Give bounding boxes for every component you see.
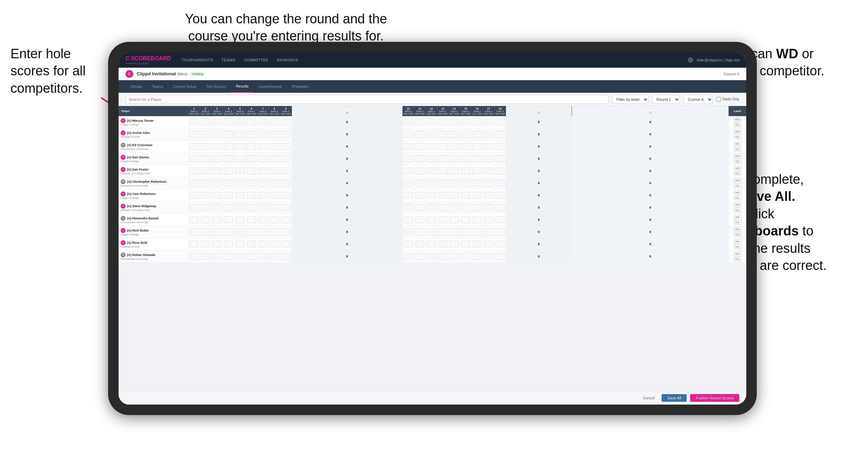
publish-button[interactable]: Publish Round Scores — [690, 394, 739, 402]
score-hole-6[interactable] — [246, 214, 257, 226]
score-hole-5[interactable] — [234, 226, 246, 238]
score-hole-4[interactable] — [223, 238, 234, 250]
score-hole-5[interactable] — [234, 128, 246, 141]
score-hole-14[interactable] — [448, 189, 460, 202]
tab-teams[interactable]: Teams — [147, 80, 168, 93]
score-hole-18[interactable] — [495, 202, 506, 214]
nav-committee[interactable]: COMMITTEE — [244, 58, 269, 62]
score-hole-12[interactable] — [425, 202, 437, 214]
score-hole-11[interactable] — [414, 177, 425, 189]
score-hole-12[interactable] — [425, 153, 437, 165]
score-hole-16[interactable] — [471, 141, 483, 153]
score-hole-17[interactable] — [483, 250, 495, 263]
score-hole-1[interactable] — [188, 141, 200, 153]
score-hole-9[interactable] — [280, 189, 292, 202]
score-hole-11[interactable] — [414, 141, 425, 153]
dq-button[interactable]: DQ — [734, 171, 741, 176]
score-hole-16[interactable] — [471, 238, 483, 250]
score-hole-12[interactable] — [425, 141, 437, 153]
score-hole-6[interactable] — [246, 153, 257, 165]
score-hole-4[interactable] — [223, 214, 234, 226]
score-hole-2[interactable] — [200, 153, 211, 165]
wd-button[interactable]: WD — [733, 239, 741, 244]
score-hole-17[interactable] — [483, 177, 495, 189]
score-hole-9[interactable] — [280, 250, 292, 263]
score-hole-1[interactable] — [188, 153, 200, 165]
dq-button[interactable]: DQ — [734, 183, 741, 188]
score-hole-4[interactable] — [223, 202, 234, 214]
score-hole-3[interactable] — [211, 238, 223, 250]
score-hole-1[interactable] — [188, 226, 200, 238]
score-hole-7[interactable] — [257, 250, 269, 263]
nav-teams[interactable]: TEAMS — [221, 58, 235, 62]
wd-button[interactable]: WD — [733, 227, 741, 232]
score-hole-11[interactable] — [414, 202, 425, 214]
score-hole-18[interactable] — [495, 116, 506, 128]
score-hole-10[interactable] — [402, 177, 414, 189]
nav-tournaments[interactable]: TOURNAMENTS — [182, 58, 213, 62]
score-hole-18[interactable] — [495, 238, 506, 250]
score-hole-15[interactable] — [460, 116, 471, 128]
score-hole-5[interactable] — [234, 165, 246, 177]
score-hole-2[interactable] — [200, 128, 211, 141]
dq-button[interactable]: DQ — [734, 244, 741, 249]
score-hole-7[interactable] — [257, 141, 269, 153]
course-select[interactable]: Course A — [684, 95, 713, 104]
score-hole-10[interactable] — [402, 250, 414, 263]
score-hole-4[interactable] — [223, 128, 234, 141]
score-hole-16[interactable] — [471, 177, 483, 189]
score-hole-2[interactable] — [200, 177, 211, 189]
score-hole-7[interactable] — [257, 238, 269, 250]
score-hole-7[interactable] — [257, 128, 269, 141]
score-hole-14[interactable] — [448, 214, 460, 226]
score-hole-17[interactable] — [483, 128, 495, 141]
score-hole-15[interactable] — [460, 177, 471, 189]
totals-only-toggle[interactable]: Totals Only — [716, 97, 739, 101]
score-hole-11[interactable] — [414, 153, 425, 165]
score-hole-11[interactable] — [414, 116, 425, 128]
score-hole-8[interactable] — [269, 189, 280, 202]
wd-button[interactable]: WD — [733, 166, 741, 171]
save-all-button[interactable]: Save All — [662, 394, 687, 402]
dq-button[interactable]: DQ — [734, 220, 741, 225]
score-hole-6[interactable] — [246, 116, 257, 128]
tab-leaderboards[interactable]: Leaderboards — [254, 80, 287, 93]
score-hole-7[interactable] — [257, 226, 269, 238]
score-hole-10[interactable] — [402, 226, 414, 238]
score-hole-11[interactable] — [414, 189, 425, 202]
score-hole-4[interactable] — [223, 189, 234, 202]
score-hole-2[interactable] — [200, 202, 211, 214]
score-hole-5[interactable] — [234, 116, 246, 128]
wd-button[interactable]: WD — [733, 215, 741, 219]
score-hole-14[interactable] — [448, 141, 460, 153]
score-hole-6[interactable] — [246, 189, 257, 202]
score-hole-9[interactable] — [280, 141, 292, 153]
score-hole-15[interactable] — [460, 128, 471, 141]
score-hole-15[interactable] — [460, 214, 471, 226]
score-hole-16[interactable] — [471, 165, 483, 177]
score-hole-14[interactable] — [448, 128, 460, 141]
score-hole-15[interactable] — [460, 226, 471, 238]
score-hole-5[interactable] — [234, 202, 246, 214]
score-hole-7[interactable] — [257, 177, 269, 189]
score-hole-17[interactable] — [483, 226, 495, 238]
dq-button[interactable]: DQ — [734, 122, 741, 127]
wd-button[interactable]: WD — [733, 129, 741, 134]
score-hole-16[interactable] — [471, 250, 483, 263]
score-hole-10[interactable] — [402, 116, 414, 128]
score-hole-13[interactable] — [437, 238, 448, 250]
score-hole-5[interactable] — [234, 177, 246, 189]
score-hole-6[interactable] — [246, 165, 257, 177]
score-hole-15[interactable] — [460, 153, 471, 165]
score-hole-4[interactable] — [223, 250, 234, 263]
tab-tee-groups[interactable]: Tee Groups — [201, 80, 231, 93]
score-hole-4[interactable] — [223, 226, 234, 238]
score-hole-8[interactable] — [269, 202, 280, 214]
score-hole-8[interactable] — [269, 128, 280, 141]
nav-rankings[interactable]: RANKINGS — [277, 58, 298, 62]
score-hole-3[interactable] — [211, 128, 223, 141]
wd-button[interactable]: WD — [733, 117, 741, 122]
score-hole-17[interactable] — [483, 189, 495, 202]
dq-button[interactable]: DQ — [734, 159, 741, 164]
score-hole-5[interactable] — [234, 153, 246, 165]
